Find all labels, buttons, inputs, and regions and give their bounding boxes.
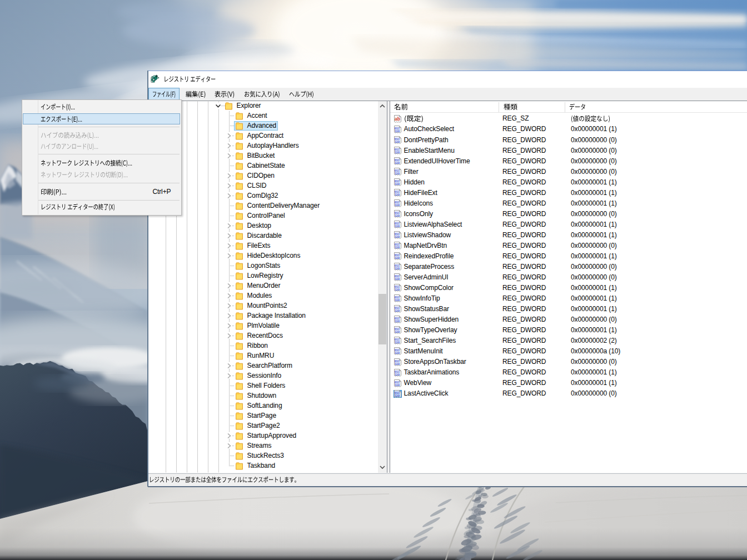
svg-text:110: 110 (395, 235, 400, 238)
svg-text:110: 110 (395, 193, 400, 196)
svg-text:110: 110 (395, 246, 400, 249)
svg-text:110: 110 (395, 151, 400, 154)
svg-text:ab: ab (395, 116, 400, 121)
svg-text:110: 110 (395, 277, 400, 281)
svg-text:110: 110 (395, 161, 400, 164)
svg-text:110: 110 (395, 288, 400, 291)
svg-text:110: 110 (395, 172, 400, 175)
svg-text:110: 110 (395, 309, 400, 312)
svg-text:110: 110 (395, 256, 400, 259)
svg-text:110: 110 (395, 330, 400, 333)
svg-text:110: 110 (395, 394, 400, 397)
svg-text:110: 110 (395, 373, 400, 376)
svg-text:110: 110 (395, 140, 400, 143)
svg-text:110: 110 (395, 341, 400, 344)
svg-text:110: 110 (395, 203, 400, 207)
svg-text:110: 110 (395, 224, 400, 228)
svg-text:110: 110 (395, 267, 400, 270)
svg-text:110: 110 (395, 129, 400, 133)
svg-text:110: 110 (395, 351, 400, 354)
svg-text:110: 110 (395, 319, 400, 323)
svg-text:110: 110 (395, 182, 400, 186)
svg-text:110: 110 (395, 383, 400, 387)
svg-text:110: 110 (395, 362, 400, 366)
svg-text:110: 110 (395, 298, 400, 302)
svg-text:110: 110 (395, 214, 400, 217)
